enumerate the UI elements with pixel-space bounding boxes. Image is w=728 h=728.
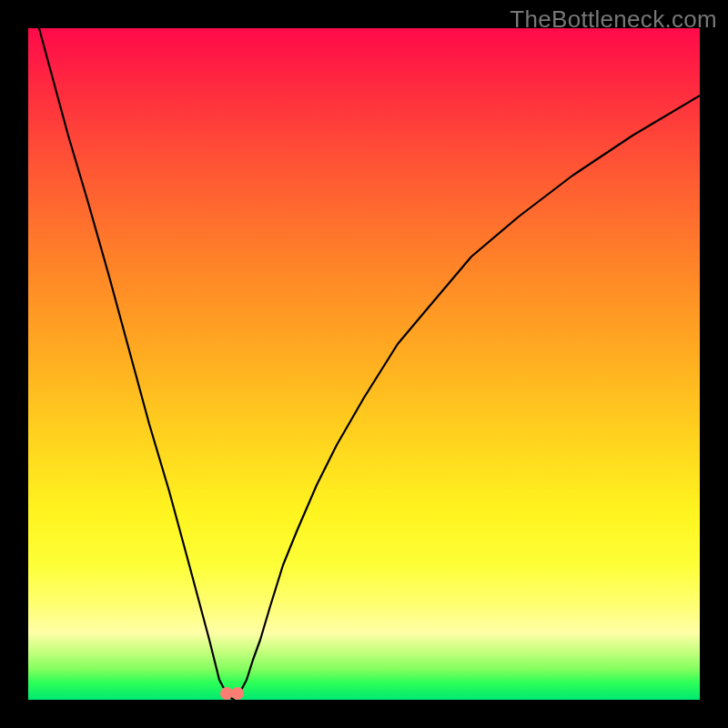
plot-area (28, 28, 700, 700)
bottleneck-curve (28, 28, 700, 700)
watermark-text: TheBottleneck.com (510, 5, 717, 34)
optimum-marker (231, 687, 244, 700)
chart-frame: TheBottleneck.com (0, 0, 728, 728)
curve-path (28, 0, 700, 700)
